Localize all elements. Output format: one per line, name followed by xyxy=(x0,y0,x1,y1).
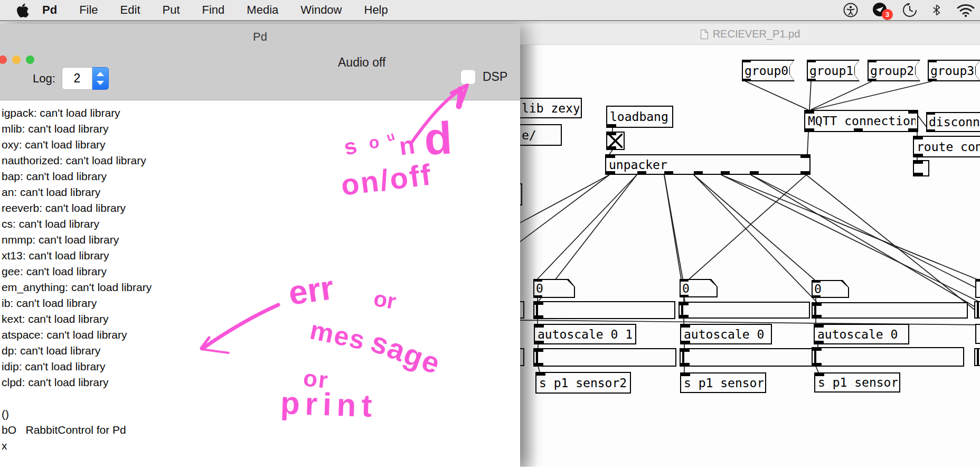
message-disconn[interactable]: disconn xyxy=(926,112,980,132)
number-box-partial-right[interactable] xyxy=(975,279,980,298)
outlet xyxy=(535,341,544,343)
menu-item-find[interactable]: Find xyxy=(191,3,236,17)
inlet xyxy=(534,302,543,305)
object-send-sensor4[interactable]: s p1_sensor4 xyxy=(814,372,900,393)
hslider-partial-right-raw[interactable] xyxy=(974,301,980,319)
outlet xyxy=(694,171,703,174)
menu-item-help[interactable]: Help xyxy=(353,3,399,17)
hslider-partial-right-scaled[interactable] xyxy=(974,348,980,366)
console-log-lines: igpack: can't load librarymlib: can't lo… xyxy=(0,105,520,454)
message-group0[interactable]: group0 xyxy=(742,60,795,81)
minimize-button[interactable] xyxy=(12,55,21,64)
inlet xyxy=(680,303,689,305)
box-partial-left-a[interactable] xyxy=(520,301,524,319)
menu-item-window[interactable]: Window xyxy=(289,3,353,17)
outlet xyxy=(805,128,814,131)
hslider-sensor3-scaled[interactable] xyxy=(680,348,813,367)
console-log-line: igpack: can't load library xyxy=(0,105,520,121)
message-group1[interactable]: group1 xyxy=(807,60,860,81)
object-send-sensor2[interactable]: s p1_sensor2 xyxy=(535,372,631,394)
object-unpacker[interactable]: unpacker xyxy=(605,154,811,175)
box-label: group3 xyxy=(930,64,974,78)
object-e[interactable]: e/ xyxy=(520,124,562,146)
message-group3[interactable]: group3 xyxy=(928,60,980,81)
console-header[interactable]: Pd Log: 2 Audio off DSP xyxy=(0,24,520,100)
menu-item-media[interactable]: Media xyxy=(235,3,289,17)
object-mqtt-connection[interactable]: MQTT_connection xyxy=(804,110,918,132)
inlet xyxy=(607,133,616,135)
inlet xyxy=(815,373,824,376)
time-machine-icon[interactable] xyxy=(902,2,918,18)
console-log-line: clpd: can't load library xyxy=(0,375,520,390)
outlet xyxy=(607,124,616,127)
console-log-line: reeverb: can't load library xyxy=(0,200,520,216)
number-box-sensor4[interactable]: 0 xyxy=(812,280,849,298)
outlet xyxy=(812,295,821,298)
inlet xyxy=(908,111,917,114)
patch-window-titlebar[interactable]: RECIEVER_P1.pd xyxy=(520,24,980,45)
box-label: e/ xyxy=(522,128,536,142)
box-label: 0 xyxy=(682,282,690,295)
toggle-box[interactable] xyxy=(606,132,625,150)
menu-item-pd[interactable]: Pd xyxy=(30,3,68,17)
zoom-button[interactable] xyxy=(26,55,34,64)
console-log-area[interactable]: igpack: can't load librarymlib: can't lo… xyxy=(0,100,520,467)
console-log-line: bap: can't load library xyxy=(0,169,520,184)
console-log-line: dp: can't load library xyxy=(0,343,520,359)
object-lib-zexy[interactable]: lib zexy xyxy=(520,98,582,118)
wifi-icon[interactable] xyxy=(957,2,975,18)
outlet xyxy=(607,146,616,149)
box-label: s p1_sensor3 xyxy=(684,376,764,390)
menu-item-file[interactable]: File xyxy=(68,3,109,17)
outlet xyxy=(926,129,935,132)
object-autoscale-sensor2[interactable]: autoscale 0 1 xyxy=(534,324,636,344)
bang-square[interactable] xyxy=(913,160,929,176)
console-log-line: cs: can't load library xyxy=(0,216,520,232)
audio-status-text: Audio off xyxy=(338,55,385,70)
patch-canvas[interactable]: group0group1group2group3lib zexye/loadba… xyxy=(520,45,980,466)
slider-knob[interactable] xyxy=(977,302,979,317)
bluetooth-icon[interactable] xyxy=(931,2,943,18)
box-label: loadbang xyxy=(610,110,668,124)
console-log-line: () xyxy=(0,406,520,422)
object-route-con[interactable]: route con xyxy=(913,136,980,157)
inlet xyxy=(928,60,937,62)
message-group2[interactable]: group2 xyxy=(868,60,920,81)
hslider-sensor2-scaled[interactable] xyxy=(533,348,676,367)
outlet xyxy=(533,295,542,298)
box-partial-left-c[interactable] xyxy=(520,183,522,206)
object-loadbang[interactable]: loadbang xyxy=(606,106,673,128)
log-level-stepper[interactable] xyxy=(92,67,109,90)
inlet xyxy=(742,60,751,62)
patch-window-title: RECIEVER_P1.pd xyxy=(713,28,800,40)
object-partial-right[interactable] xyxy=(975,324,980,344)
hslider-sensor4-raw[interactable] xyxy=(812,302,968,319)
log-level-value[interactable]: 2 xyxy=(62,67,92,90)
slider-knob[interactable] xyxy=(977,349,979,365)
inlet xyxy=(606,155,615,158)
object-send-sensor3[interactable]: s p1_sensor3 xyxy=(680,372,766,393)
object-autoscale-sensor4[interactable]: autoscale 0 1 xyxy=(814,324,909,344)
close-button[interactable] xyxy=(0,55,7,64)
app-notification-icon[interactable]: 3 xyxy=(872,2,888,18)
menu-item-edit[interactable]: Edit xyxy=(109,3,152,17)
number-box-sensor2[interactable]: 0 xyxy=(533,279,575,298)
inlet xyxy=(681,373,690,376)
hslider-sensor4-scaled[interactable] xyxy=(812,347,964,367)
menu-item-put[interactable]: Put xyxy=(152,3,191,17)
box-label: 0 xyxy=(536,282,543,295)
hslider-sensor3-raw[interactable] xyxy=(679,302,810,319)
dsp-checkbox[interactable] xyxy=(460,69,476,85)
apple-menu-icon[interactable] xyxy=(16,3,30,17)
object-autoscale-sensor3[interactable]: autoscale 0 1 xyxy=(680,324,772,344)
inlet xyxy=(813,303,822,306)
accessibility-icon[interactable] xyxy=(843,2,859,18)
number-box-sensor3[interactable]: 0 xyxy=(680,279,718,297)
box-label: 0 xyxy=(814,282,822,296)
inlet xyxy=(800,155,809,158)
hslider-sensor2-raw[interactable] xyxy=(533,301,675,319)
box-partial-left-b[interactable] xyxy=(520,348,524,366)
outlet xyxy=(908,128,917,131)
log-level-control: Log: 2 xyxy=(33,67,109,90)
outlet xyxy=(680,295,689,297)
